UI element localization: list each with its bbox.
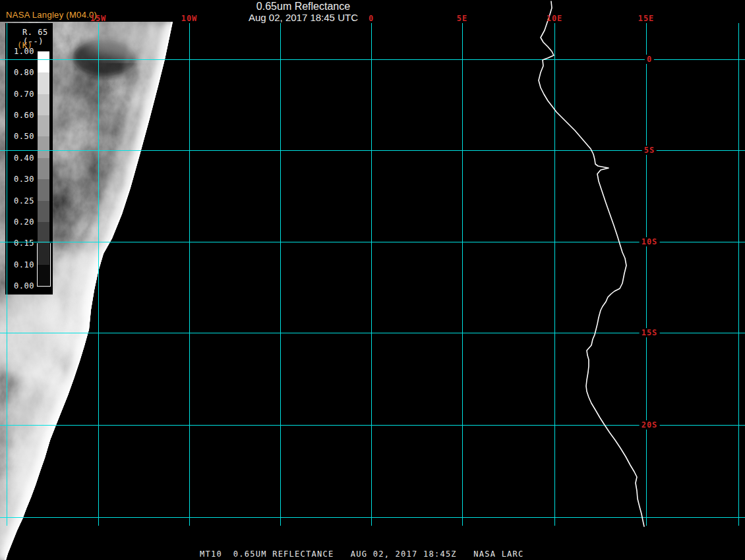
legend-tick-label: 0.70 (8, 90, 34, 98)
longitude-label: 10W (181, 14, 198, 23)
cloud-mass (84, 20, 187, 59)
footer-caption: MT10 0.65UM REFLECTANCE AUG 02, 2017 18:… (200, 549, 524, 559)
satellite-product-page: R. 65 (--) (K) 1.000.800.700.600.500.400… (0, 0, 745, 560)
legend-tick-label: 0.20 (8, 218, 34, 226)
latitude-label: 10S (640, 237, 660, 246)
legend-tick-label: 1.00 (8, 47, 34, 55)
cloud-mass (0, 470, 46, 560)
longitude-label: 5E (457, 14, 467, 23)
legend-color-segment (38, 115, 49, 137)
latitude-label: 0 (645, 55, 654, 64)
page-timestamp: Aug 02, 2017 18:45 UTC (198, 12, 409, 23)
legend-color-segment (38, 94, 49, 116)
longitude-label: 15W (90, 14, 107, 23)
coastline-path (539, 1, 644, 526)
legend-color-segment (38, 136, 49, 158)
brand-label: NASA Langley (M04.0) (6, 10, 97, 20)
legend-color-segment (38, 72, 49, 94)
dark-patch (73, 40, 136, 76)
legend-color-segment (38, 51, 49, 73)
legend-color-segment (38, 222, 49, 244)
legend-tick-label: 0.30 (8, 175, 34, 183)
legend-tick-label: 0.00 (8, 282, 34, 290)
title-block: 0.65um Reflectance Aug 02, 2017 18:45 UT… (198, 1, 409, 23)
graticule (0, 23, 745, 526)
legend-tick-label: 0.10 (8, 261, 34, 269)
reflectance-colorbar-legend: R. 65 (--) (K) 1.000.800.700.600.500.400… (5, 23, 53, 294)
satellite-imagery-layer (0, 0, 745, 560)
longitude-label: 0 (369, 14, 374, 23)
cloud-mass (0, 285, 66, 380)
legend-tick-label: 0.50 (8, 132, 34, 140)
latitude-label: 15S (640, 328, 660, 337)
latitude-label: 5S (642, 146, 657, 155)
legend-color-segment (38, 179, 49, 201)
latitude-label: 20S (640, 420, 660, 430)
legend-tick-label: 0.60 (8, 111, 34, 119)
graticule-layer (0, 0, 745, 560)
legend-color-segment (38, 158, 49, 180)
legend-bar-outline (37, 243, 51, 287)
cloud-mass (7, 362, 83, 514)
legend-tick-label: 0.40 (8, 154, 34, 162)
legend-tick-label: 0.25 (8, 197, 34, 205)
legend-title: R. 65 (22, 28, 48, 37)
legend-color-segment (38, 201, 49, 223)
legend-tick-label: 0.15 (8, 239, 34, 247)
legend-tick-label: 0.80 (8, 69, 34, 76)
longitude-label: 15E (638, 14, 655, 23)
page-title: 0.65um Reflectance (198, 1, 409, 12)
longitude-label: 10E (547, 14, 563, 23)
